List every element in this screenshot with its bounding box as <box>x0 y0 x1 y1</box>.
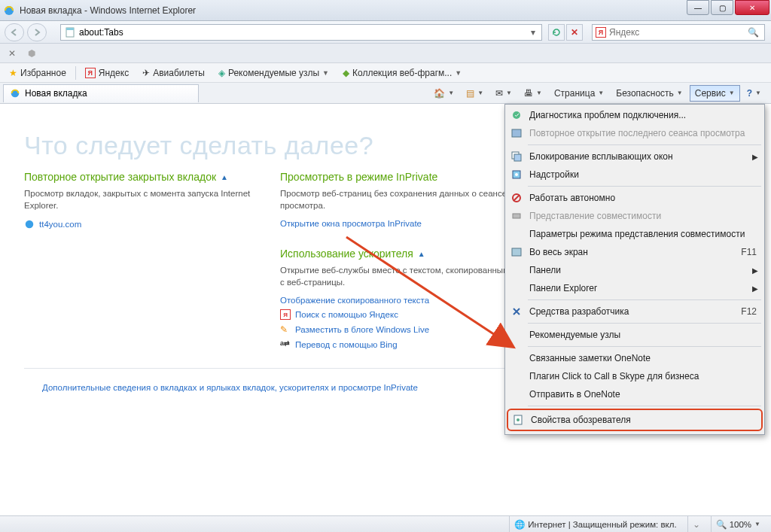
menu-item[interactable]: Диагностика проблем подключения... <box>507 106 763 124</box>
yandex-icon: Я <box>596 27 606 38</box>
fav-link-suggested[interactable]: ◈ Рекомендуемые узлы ▼ <box>214 66 334 80</box>
compat-icon <box>510 209 523 223</box>
favorites-button[interactable]: ★ Избранное <box>5 66 71 80</box>
ie-icon <box>3 5 15 17</box>
fav-link-flights[interactable]: ✈ Авиабилеты <box>138 66 209 80</box>
minimize-button[interactable]: — <box>687 0 709 15</box>
menu-item[interactable]: Средства разработчикаF12 <box>507 302 763 321</box>
tabstrip: ✕ ⬢ <box>0 44 771 63</box>
menu-shortcut: F12 <box>741 306 757 317</box>
submenu-arrow-icon: ▶ <box>752 284 758 293</box>
menu-item[interactable]: Параметры режима представления совместим… <box>507 225 763 243</box>
devtools-icon <box>510 305 523 318</box>
menu-item[interactable]: Панели▶ <box>507 261 763 279</box>
reopen-link[interactable]: tt4you.com <box>24 219 258 230</box>
print-button[interactable]: 🖶▼ <box>519 85 547 102</box>
plane-icon: ✈ <box>142 68 150 78</box>
star-icon: ★ <box>9 68 17 78</box>
status-zoom[interactable]: 🔍 100% ▼ <box>711 516 765 532</box>
menu-item-label: Во весь экран <box>529 247 735 257</box>
menu-item[interactable]: Отправить в OneNote <box>507 385 763 403</box>
menu-item-label: Параметры режима представления совместим… <box>529 229 757 239</box>
section-desc: Просмотр веб-страниц без сохранения данн… <box>280 187 513 211</box>
globe-icon: 🌐 <box>514 519 525 530</box>
menu-item-label: Панели <box>529 265 757 275</box>
section-reopen-tabs: Повторное открытие закрытых вкладок ▲ Пр… <box>24 171 258 354</box>
fav-link-yandex[interactable]: Я Яндекс <box>81 66 133 80</box>
blank-icon <box>510 328 523 342</box>
section-title[interactable]: Просмотреть в режиме InPrivate <box>280 171 513 183</box>
fav-link-webslices[interactable]: ◆ Коллекция веб-фрагм... ▼ <box>338 66 466 80</box>
mail-button[interactable]: ✉▼ <box>490 85 517 102</box>
feeds-button[interactable]: ▤▼ <box>461 85 489 102</box>
footer-link[interactable]: Дополнительные сведения о вкладках и ярл… <box>42 383 418 392</box>
menu-separator <box>528 346 761 347</box>
address-dropdown[interactable]: ▾ <box>528 27 538 38</box>
page-menu-button[interactable]: Страница▼ <box>549 85 609 102</box>
status-protected-mode-toggle[interactable]: ⌄ <box>687 516 705 532</box>
menu-item[interactable]: Рекомендуемые узлы <box>507 326 763 344</box>
search-input[interactable] <box>609 27 745 38</box>
home-button[interactable]: 🏠▼ <box>428 85 459 102</box>
blank-icon <box>510 388 523 401</box>
menu-separator <box>528 144 761 145</box>
titlebar: Новая вкладка - Windows Internet Explore… <box>0 0 771 21</box>
service-menu-button[interactable]: Сервис▼ <box>690 85 740 102</box>
menu-item[interactable]: Надстройки <box>507 166 763 184</box>
submenu-arrow-icon: ▶ <box>752 266 758 275</box>
menu-item-label: Блокирование всплывающих окон <box>529 151 757 162</box>
addon-icon <box>510 168 523 181</box>
menu-item-label: Плагин Click to Call в Skype для бизнеса <box>529 371 757 382</box>
tab-label: Новая вкладка <box>25 88 87 99</box>
stop-button[interactable]: ✕ <box>566 24 583 41</box>
menu-item[interactable]: Панели Explorer▶ <box>507 279 763 297</box>
accel-note[interactable]: Отображение скопированного текста <box>280 296 513 305</box>
svg-rect-2 <box>66 28 74 30</box>
accel-link-yandex[interactable]: Я Поиск с помощью Яндекс <box>280 309 513 320</box>
ie-icon <box>24 219 35 230</box>
nav-row: ▾ ✕ Я 🔍 <box>0 21 771 44</box>
back-button[interactable] <box>5 23 24 41</box>
menu-item[interactable]: Плагин Click to Call в Skype для бизнеса <box>507 367 763 385</box>
windows-live-icon: ✎ <box>280 324 291 335</box>
menu-item[interactable]: Блокирование всплывающих окон▶ <box>507 147 763 166</box>
safety-menu-button[interactable]: Безопасность▼ <box>611 85 687 102</box>
menu-item[interactable]: Свойства обозревателя <box>508 410 761 430</box>
address-input[interactable] <box>79 27 528 38</box>
section-inprivate: Просмотреть в режиме InPrivate Просмотр … <box>280 171 513 354</box>
menu-item-label: Работать автономно <box>529 193 757 203</box>
offline-icon <box>510 191 523 205</box>
menu-separator <box>528 323 761 324</box>
close-tab-icon[interactable]: ✕ <box>5 47 20 60</box>
section-title-accelerator[interactable]: Использование ускорителя ▲ <box>280 248 513 260</box>
svg-rect-6 <box>512 129 521 137</box>
search-go-icon[interactable]: 🔍 <box>745 27 761 38</box>
menu-item[interactable]: Работать автономно <box>507 189 763 207</box>
section-title[interactable]: Повторное открытие закрытых вкладок ▲ <box>24 171 258 183</box>
menu-item-label: Рекомендуемые узлы <box>529 330 757 340</box>
search-box[interactable]: Я 🔍 <box>592 24 765 41</box>
home-icon: 🏠 <box>434 88 445 99</box>
ie-icon <box>10 88 20 99</box>
menu-separator <box>528 406 761 406</box>
tab-new[interactable]: Новая вкладка <box>3 84 199 102</box>
svg-point-4 <box>26 220 34 229</box>
svg-point-16 <box>517 418 520 421</box>
menu-item[interactable]: Во весь экранF11 <box>507 243 763 261</box>
menu-item[interactable]: Связанные заметки OneNote <box>507 349 763 367</box>
refresh-button[interactable] <box>548 24 565 41</box>
command-row: Новая вкладка 🏠▼ ▤▼ ✉▼ 🖶▼ Страница▼ Безо… <box>0 83 771 104</box>
accel-link-live[interactable]: ✎ Разместить в блоге Windows Live <box>280 324 513 335</box>
svg-rect-14 <box>512 248 521 256</box>
address-bar[interactable]: ▾ <box>60 24 542 41</box>
menu-item: Представление совместимости <box>507 207 763 225</box>
close-button[interactable]: ✕ <box>735 0 769 15</box>
zoom-icon: 🔍 <box>716 519 727 530</box>
forward-button[interactable] <box>27 23 47 41</box>
inprivate-link[interactable]: Открытие окна просмотра InPrivate <box>280 219 513 228</box>
blank-icon <box>510 227 523 241</box>
accel-link-bing[interactable]: a⇄ Перевод с помощью Bing <box>280 339 513 350</box>
help-button[interactable]: ?▼ <box>742 85 766 102</box>
window-controls: — ▢ ✕ <box>687 0 769 15</box>
maximize-button[interactable]: ▢ <box>711 0 733 15</box>
